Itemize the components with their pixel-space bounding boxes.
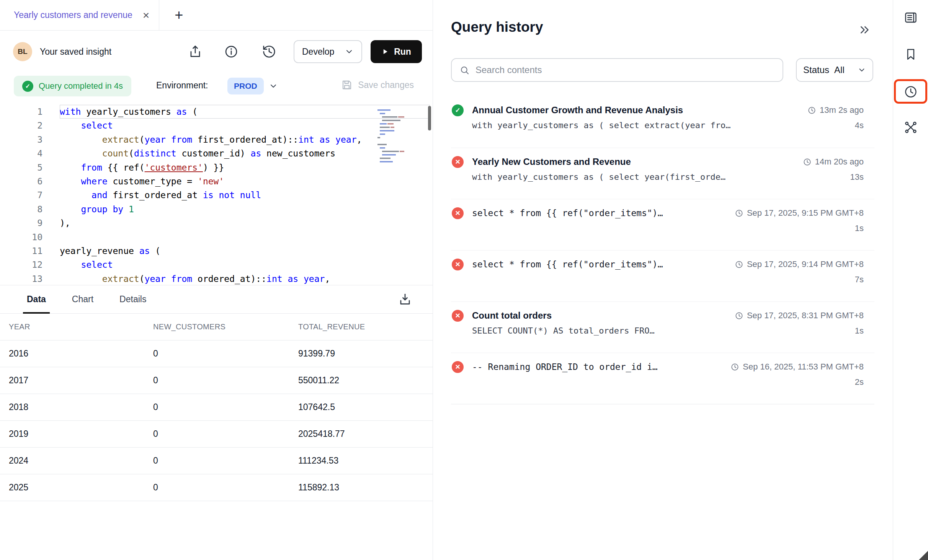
table-row[interactable]: 2016091399.79 [0, 340, 433, 367]
save-changes-button[interactable]: Save changes [341, 79, 414, 91]
history-item[interactable]: ✕Count total ordersSELECT COUNT(*) AS to… [451, 301, 874, 353]
code-line[interactable]: where customer_type = 'new' [60, 174, 430, 188]
history-item[interactable]: ✕select * from {{ ref("order_items")…Sep… [451, 250, 874, 301]
lineage-icon[interactable] [903, 120, 918, 135]
table-cell: 91399.79 [289, 348, 433, 359]
editor-scrollbar[interactable] [428, 106, 431, 130]
tab-details[interactable]: Details [119, 285, 146, 313]
run-button[interactable]: Run [371, 40, 422, 63]
history-item-duration: 2s [730, 377, 864, 387]
table-cell: 115892.13 [289, 482, 433, 493]
line-number: 10 [0, 230, 42, 244]
divider [451, 404, 874, 404]
line-number: 3 [0, 133, 42, 147]
table-row[interactable]: 20170550011.22 [0, 367, 433, 394]
info-icon[interactable] [224, 44, 239, 59]
history-toolbar: Status All [451, 58, 873, 82]
editor-minimap[interactable] [376, 107, 422, 171]
tab-chart[interactable]: Chart [72, 285, 93, 313]
history-item-title: select * from {{ ref("order_items")… [472, 258, 663, 270]
clock-icon [735, 311, 743, 320]
table-row[interactable]: 201902025418.77 [0, 421, 433, 448]
history-item[interactable]: ✕-- Renaming ORDER_ID to order_id i…Sep … [451, 353, 874, 404]
sql-code-editor[interactable]: 12345678910111213 with yearly_customers … [0, 104, 433, 285]
search-box[interactable] [451, 58, 783, 82]
collapse-panel-icon[interactable] [858, 24, 871, 36]
history-item[interactable]: ✓Annual Customer Growth and Revenue Anal… [451, 96, 874, 148]
status-error-icon: ✕ [452, 361, 464, 373]
code-line[interactable]: group by 1 [60, 202, 430, 216]
code-line[interactable]: and first_ordered_at is not null [60, 188, 430, 202]
tab-yearly-customers-and-revenue[interactable]: Yearly customers and revenue × [0, 0, 159, 30]
tab-data[interactable]: Data [27, 285, 46, 313]
panel-title: Query history [451, 19, 543, 35]
code-line[interactable]: count(distinct customer_id) as new_custo… [60, 147, 430, 160]
history-item-duration: 4s [807, 120, 864, 130]
table-cell: 0 [144, 456, 289, 466]
history-item[interactable]: ✕Yearly New Customers and Revenuewith ye… [451, 148, 874, 199]
close-tab-icon[interactable]: × [143, 10, 150, 21]
code-line[interactable]: extract(year from ordered_at)::int as ye… [60, 272, 430, 285]
table-cell: 2018 [0, 402, 144, 412]
table-row[interactable]: 20180107642.5 [0, 394, 433, 421]
table-cell: 0 [144, 375, 289, 386]
tab-label: Yearly customers and revenue [14, 10, 132, 20]
code-line[interactable]: select [60, 258, 430, 272]
query-history-panel: Query history Status All ✓Annual Custome… [433, 0, 893, 560]
history-item-preview: with yearly_customers as ( select extrac… [472, 120, 731, 130]
clock-icon [807, 106, 816, 115]
line-number: 5 [0, 161, 42, 174]
code-line[interactable]: from {{ ref('customers') }} [60, 161, 430, 174]
table-row[interactable]: 20240111234.53 [0, 448, 433, 474]
run-label: Run [394, 47, 411, 57]
new-tab-button[interactable]: + [175, 7, 183, 23]
table-cell: 2025418.77 [289, 429, 433, 439]
success-check-icon: ✓ [22, 81, 33, 92]
develop-dropdown-button[interactable]: Develop [294, 40, 362, 63]
code-line[interactable]: yearly_revenue as ( [60, 244, 430, 258]
results-panel-icon[interactable] [903, 10, 918, 25]
line-number: 4 [0, 147, 42, 160]
code-line[interactable]: select [60, 119, 430, 132]
bookmark-icon[interactable] [903, 47, 918, 62]
table-cell: 2025 [0, 482, 144, 493]
table-cell: 550011.22 [289, 375, 433, 386]
share-icon[interactable] [188, 44, 203, 59]
insight-title: Your saved insight [40, 47, 111, 57]
history-item-title: Count total orders [472, 309, 655, 322]
search-input[interactable] [475, 65, 775, 75]
query-status-text: Query completed in 4s [39, 81, 123, 91]
history-item-time: Sep 17, 2025, 9:14 PM GMT+8 [735, 258, 864, 270]
play-icon [381, 48, 389, 55]
table-cell: 0 [144, 482, 289, 493]
avatar[interactable]: BL [13, 42, 32, 61]
history-item-time: Sep 17, 2025, 8:31 PM GMT+8 [735, 309, 864, 322]
version-history-icon[interactable] [262, 44, 276, 59]
editor-code-lines[interactable]: with yearly_customers as ( select extrac… [60, 105, 430, 285]
query-history-icon[interactable] [903, 85, 918, 99]
status-error-icon: ✕ [452, 207, 464, 219]
chevron-down-icon[interactable] [269, 81, 278, 91]
code-line[interactable]: with yearly_customers as ( [60, 105, 430, 119]
results-tab-bar: Data Chart Details [0, 285, 433, 314]
environment-value-pill[interactable]: PROD [227, 78, 264, 94]
chevron-down-icon [345, 47, 354, 56]
code-line[interactable]: ), [60, 216, 430, 230]
status-success-icon: ✓ [452, 104, 464, 116]
history-item-title: select * from {{ ref("order_items")… [472, 207, 663, 219]
status-filter-dropdown[interactable]: Status All [796, 58, 873, 82]
table-cell: 2016 [0, 348, 144, 359]
status-filter-value: All [834, 65, 845, 75]
status-error-icon: ✕ [452, 310, 464, 322]
resize-corner [919, 551, 928, 560]
code-line[interactable]: extract(year from first_ordered_at)::int… [60, 133, 430, 147]
history-item-duration: 1s [735, 326, 864, 336]
history-item[interactable]: ✕select * from {{ ref("order_items")…Sep… [451, 199, 874, 250]
code-line[interactable] [60, 230, 430, 244]
table-row[interactable]: 20250115892.13 [0, 474, 433, 501]
history-item-duration: 1s [735, 223, 864, 233]
download-icon[interactable] [398, 292, 412, 306]
table-cell: 111234.53 [289, 456, 433, 466]
clock-icon [735, 260, 743, 269]
history-item-title: Annual Customer Growth and Revenue Analy… [472, 104, 731, 116]
